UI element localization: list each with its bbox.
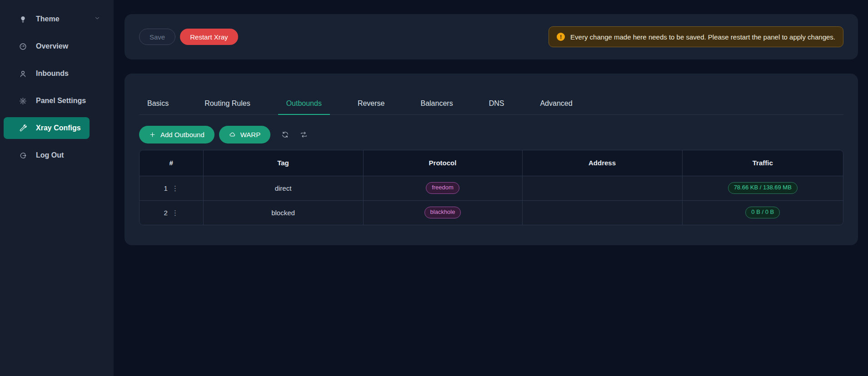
protocol-badge: blackhole bbox=[424, 207, 461, 218]
column-header-address: Address bbox=[522, 150, 682, 176]
user-icon bbox=[19, 70, 27, 78]
dashboard-icon bbox=[19, 43, 27, 50]
protocol-cell: freedom bbox=[363, 176, 522, 200]
sidebar-item-label: Panel Settings bbox=[36, 97, 86, 105]
logout-icon bbox=[19, 152, 27, 159]
tab-reverse[interactable]: Reverse bbox=[349, 94, 393, 114]
wrench-icon bbox=[19, 124, 27, 132]
add-outbound-button[interactable]: Add Outbound bbox=[139, 126, 215, 143]
exclamation-circle-icon: ! bbox=[557, 33, 565, 41]
actions-row: Add Outbound WARP bbox=[139, 126, 843, 143]
table-row: 1 ⋮ direct freedom 78.66 KB / 138.69 MB bbox=[140, 176, 843, 200]
chevron-down-icon bbox=[94, 15, 100, 23]
tag-cell: blocked bbox=[203, 200, 363, 225]
address-cell bbox=[522, 176, 682, 200]
column-header-tag: Tag bbox=[203, 150, 363, 176]
row-index: 1 bbox=[164, 184, 168, 192]
cloud-icon bbox=[229, 131, 236, 138]
row-index: 2 bbox=[164, 209, 168, 217]
sidebar-item-label: Xray Configs bbox=[36, 124, 81, 132]
sidebar-item-label: Log Out bbox=[36, 151, 64, 159]
traffic-cell: 0 B / 0 B bbox=[682, 200, 843, 225]
address-cell bbox=[522, 200, 682, 225]
tab-dns[interactable]: DNS bbox=[481, 94, 513, 114]
sidebar-item-overview[interactable]: Overview bbox=[4, 35, 90, 57]
sidebar-item-theme[interactable]: Theme bbox=[4, 8, 90, 30]
xray-configs-card: Basics Routing Rules Outbounds Reverse B… bbox=[125, 74, 858, 245]
sidebar-item-label: Overview bbox=[36, 42, 68, 50]
bulb-icon bbox=[19, 15, 27, 23]
table-header-row: # Tag Protocol Address Traffic bbox=[140, 150, 843, 176]
tab-advanced[interactable]: Advanced bbox=[532, 94, 580, 114]
toolbar-card: Save Restart Xray ! Every change made he… bbox=[125, 14, 858, 59]
protocol-badge: freedom bbox=[426, 182, 459, 194]
tab-basics[interactable]: Basics bbox=[139, 94, 177, 114]
sidebar-item-label: Theme bbox=[36, 15, 60, 23]
tab-routing-rules[interactable]: Routing Rules bbox=[196, 94, 259, 114]
tab-balancers[interactable]: Balancers bbox=[412, 94, 461, 114]
sidebar: Theme Overview Inbounds Panel Settings X… bbox=[0, 0, 114, 376]
traffic-badge: 0 B / 0 B bbox=[745, 207, 780, 218]
warning-banner: ! Every change made here needs to be sav… bbox=[549, 26, 843, 47]
tab-bar: Basics Routing Rules Outbounds Reverse B… bbox=[139, 74, 843, 115]
row-menu-icon[interactable]: ⋮ bbox=[172, 209, 179, 216]
gear-icon bbox=[19, 97, 27, 105]
sync-icon[interactable] bbox=[281, 131, 289, 139]
sidebar-item-inbounds[interactable]: Inbounds bbox=[4, 63, 90, 84]
sidebar-item-log-out[interactable]: Log Out bbox=[4, 144, 90, 166]
protocol-cell: blackhole bbox=[363, 200, 522, 225]
column-header-index: # bbox=[140, 150, 203, 176]
repeat-icon[interactable] bbox=[300, 131, 308, 139]
row-index-cell: 1 ⋮ bbox=[140, 176, 203, 200]
table-row: 2 ⋮ blocked blackhole 0 B / 0 B bbox=[140, 200, 843, 225]
warning-text: Every change made here needs to be saved… bbox=[570, 33, 835, 41]
sidebar-item-panel-settings[interactable]: Panel Settings bbox=[4, 90, 90, 112]
restart-xray-button[interactable]: Restart Xray bbox=[180, 29, 238, 45]
save-button[interactable]: Save bbox=[139, 29, 175, 45]
add-outbound-label: Add Outbound bbox=[160, 131, 205, 139]
sidebar-item-label: Inbounds bbox=[36, 69, 69, 78]
outbounds-table: # Tag Protocol Address Traffic 1 ⋮ direc… bbox=[139, 150, 843, 225]
row-menu-icon[interactable]: ⋮ bbox=[172, 185, 179, 192]
tag-cell: direct bbox=[203, 176, 363, 200]
row-index-cell: 2 ⋮ bbox=[140, 200, 203, 225]
traffic-cell: 78.66 KB / 138.69 MB bbox=[682, 176, 843, 200]
sidebar-item-xray-configs[interactable]: Xray Configs bbox=[4, 117, 90, 139]
column-header-traffic: Traffic bbox=[682, 150, 843, 176]
plus-icon bbox=[149, 131, 156, 138]
tab-outbounds[interactable]: Outbounds bbox=[278, 94, 330, 114]
warp-button[interactable]: WARP bbox=[219, 126, 270, 143]
column-header-protocol: Protocol bbox=[363, 150, 522, 176]
traffic-badge: 78.66 KB / 138.69 MB bbox=[728, 182, 798, 194]
warp-label: WARP bbox=[240, 131, 260, 139]
